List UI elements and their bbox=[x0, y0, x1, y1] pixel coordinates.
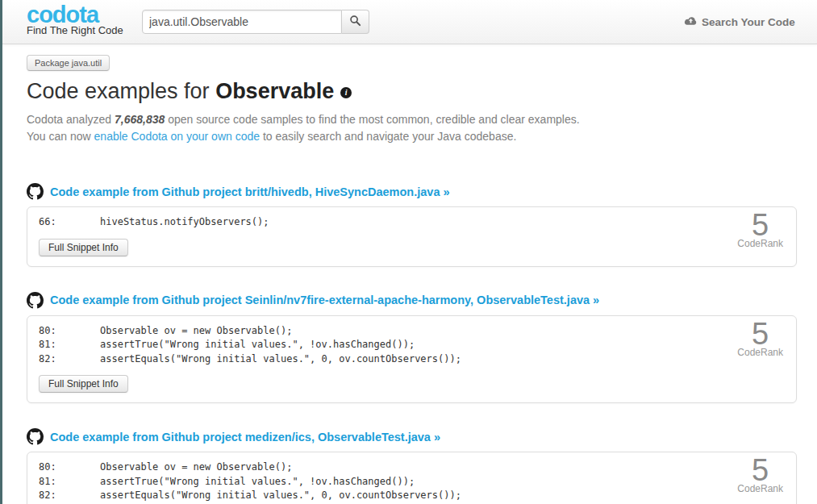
line-number: 66: bbox=[39, 215, 100, 230]
code-line: 80:Observable ov = new Observable(); bbox=[39, 460, 785, 475]
line-number: 80: bbox=[39, 324, 100, 339]
code-line: 66:hiveStatus.notifyObservers(); bbox=[39, 215, 785, 230]
line-number: 82: bbox=[39, 352, 100, 367]
enable-codota-link[interactable]: enable Codota on your own code bbox=[94, 130, 260, 143]
code-line: 81:assertTrue("Wrong initial values.", !… bbox=[39, 338, 785, 352]
code-example: Code example from Github project Seinlin… bbox=[27, 292, 794, 404]
package-badge[interactable]: Package java.util bbox=[27, 55, 110, 71]
analysis-summary: Codota analyzed 7,668,838 open source co… bbox=[27, 111, 794, 128]
analyzed-suffix: open source code samples to find the mos… bbox=[165, 113, 579, 126]
line-code: assertEquals("Wrong initial values.", 0,… bbox=[100, 353, 461, 364]
title-class-name: Observable bbox=[215, 79, 334, 103]
example-header: Code example from Github project Seinlin… bbox=[27, 292, 794, 309]
search-button[interactable] bbox=[342, 10, 369, 34]
code-card: 66:hiveStatus.notifyObservers(); Full Sn… bbox=[27, 206, 797, 267]
code-line: 82:assertEquals("Wrong initial values.",… bbox=[39, 489, 785, 503]
search-input[interactable] bbox=[142, 10, 342, 34]
github-icon bbox=[27, 428, 44, 445]
coderank-block: 5 CodeRank bbox=[737, 210, 783, 249]
code-card: 80:Observable ov = new Observable(); 81:… bbox=[27, 315, 797, 404]
title-prefix: Code examples for bbox=[27, 79, 215, 103]
top-navbar: codota Find The Right Code Search Your C… bbox=[2, 0, 817, 44]
example-header: Code example from Github project medizen… bbox=[27, 428, 794, 445]
cta-suffix: to easily search and navigate your Java … bbox=[260, 130, 516, 143]
page-title: Code examples for Observablei bbox=[27, 79, 794, 104]
github-icon bbox=[27, 183, 44, 200]
coderank-label: CodeRank bbox=[737, 238, 783, 249]
search-icon bbox=[349, 15, 361, 29]
example-title-link[interactable]: Code example from Github project medizen… bbox=[50, 431, 440, 444]
full-snippet-info-button[interactable]: Full Snippet Info bbox=[39, 375, 128, 393]
main-content: Package java.util Code examples for Obse… bbox=[2, 44, 817, 504]
info-icon[interactable]: i bbox=[340, 87, 352, 98]
navbar-right: Search Your Code C bbox=[684, 15, 817, 29]
analyzed-prefix: Codota analyzed bbox=[27, 113, 115, 126]
nav-item-label: Search Your Code bbox=[702, 16, 795, 28]
code-line: 80:Observable ov = new Observable(); bbox=[39, 324, 785, 339]
line-number: 81: bbox=[39, 475, 100, 489]
code-line: 81:assertTrue("Wrong initial values.", !… bbox=[39, 475, 785, 489]
search-form bbox=[142, 10, 369, 34]
line-code: assertEquals("Wrong initial values.", 0,… bbox=[100, 489, 461, 501]
example-title-link[interactable]: Code example from Github project britt/h… bbox=[50, 185, 450, 198]
line-number: 82: bbox=[39, 489, 100, 503]
nav-item-search-your-code[interactable]: Search Your Code bbox=[684, 15, 795, 29]
coderank-block: 5 CodeRank bbox=[737, 319, 783, 358]
coderank-score: 5 bbox=[737, 455, 783, 485]
logo-tagline: Find The Right Code bbox=[27, 25, 123, 36]
coderank-score: 5 bbox=[737, 210, 783, 240]
cloud-upload-icon bbox=[684, 15, 698, 29]
cta-prefix: You can now bbox=[27, 130, 94, 143]
code-line: 82:assertEquals("Wrong initial values.",… bbox=[39, 352, 785, 367]
code-example: Code example from Github project medizen… bbox=[27, 428, 794, 504]
line-code: assertTrue("Wrong initial values.", !ov.… bbox=[100, 339, 415, 350]
line-code: Observable ov = new Observable(); bbox=[100, 461, 292, 473]
code-example: Code example from Github project britt/h… bbox=[27, 183, 794, 267]
example-header: Code example from Github project britt/h… bbox=[27, 183, 794, 200]
line-number: 81: bbox=[39, 338, 100, 352]
full-snippet-info-button[interactable]: Full Snippet Info bbox=[39, 239, 128, 256]
coderank-label: CodeRank bbox=[737, 347, 783, 358]
code-card: 80:Observable ov = new Observable(); 81:… bbox=[27, 452, 797, 504]
coderank-label: CodeRank bbox=[737, 483, 783, 494]
coderank-block: 5 CodeRank bbox=[737, 455, 783, 494]
example-title-link[interactable]: Code example from Github project Seinlin… bbox=[50, 294, 599, 306]
coderank-score: 5 bbox=[737, 319, 783, 349]
codota-logo[interactable]: codota Find The Right Code bbox=[27, 4, 123, 36]
logo-text: codota bbox=[27, 4, 123, 25]
line-code: hiveStatus.notifyObservers(); bbox=[100, 216, 269, 227]
line-code: Observable ov = new Observable(); bbox=[100, 325, 292, 336]
analyzed-count: 7,668,838 bbox=[115, 113, 165, 126]
cta-line: You can now enable Codota on your own co… bbox=[27, 128, 794, 145]
github-icon bbox=[27, 292, 44, 309]
line-number: 80: bbox=[39, 460, 100, 475]
line-code: assertTrue("Wrong initial values.", !ov.… bbox=[100, 476, 415, 487]
